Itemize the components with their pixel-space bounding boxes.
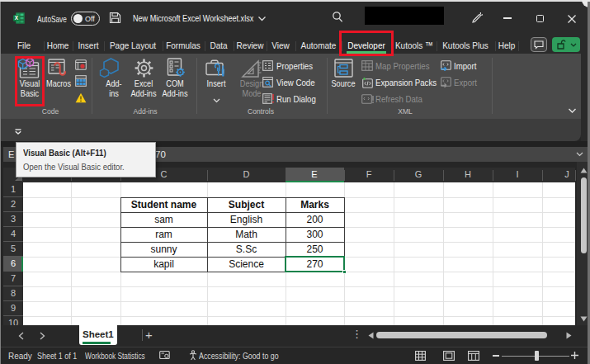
- svg-text:X: X: [15, 15, 19, 21]
